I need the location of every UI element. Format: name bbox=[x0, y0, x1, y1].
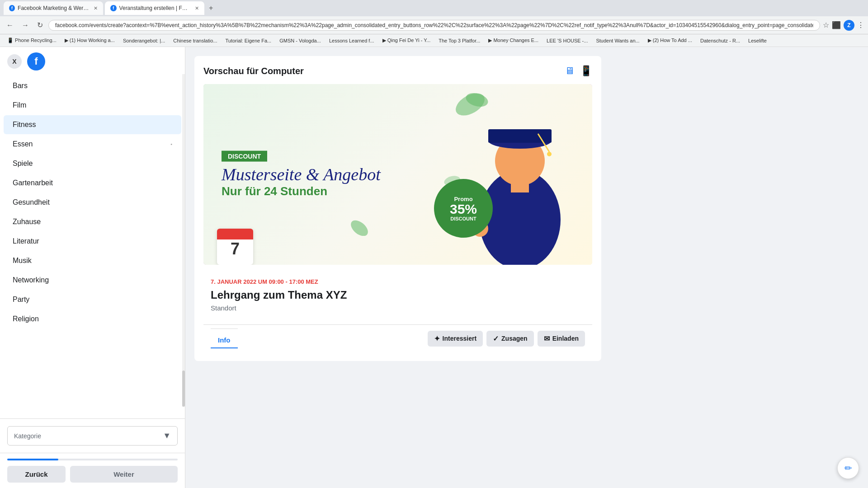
category-item-gesundheit[interactable]: Gesundheit bbox=[4, 193, 181, 212]
svg-point-10 bbox=[547, 152, 552, 156]
tab2-favicon: f bbox=[110, 5, 117, 11]
bookmark-3[interactable]: Sonderangebot: |... bbox=[119, 37, 169, 44]
promo-subtext: Nur für 24 Stunden bbox=[222, 184, 381, 198]
kategorie-dropdown[interactable]: Kategorie ▼ bbox=[7, 426, 178, 446]
scrollbar-track bbox=[182, 74, 185, 407]
tab1-label: Facebook Marketing & Werbe... bbox=[18, 5, 89, 11]
bookmark-12[interactable]: Student Wants an... bbox=[592, 37, 643, 44]
event-title: Lehrgang zum Thema XYZ bbox=[211, 289, 585, 301]
calendar-icon: 7 bbox=[217, 229, 253, 265]
calendar-top bbox=[217, 229, 253, 239]
preview-container: Vorschau für Computer 🖥 📱 bbox=[194, 56, 601, 361]
zuruck-button[interactable]: Zurück bbox=[7, 466, 66, 483]
pencil-icon: ✏ bbox=[844, 463, 852, 474]
facebook-logo: f bbox=[27, 52, 45, 70]
profile-icon[interactable]: Z bbox=[844, 20, 854, 31]
event-date: 7. JANUAR 2022 UM 09:00 - 17:00 MEZ bbox=[211, 278, 585, 285]
event-info: 7. JANUAR 2022 UM 09:00 - 17:00 MEZ Lehr… bbox=[203, 265, 592, 324]
tab2-close[interactable]: ✕ bbox=[195, 5, 199, 11]
tab-bar: f Facebook Marketing & Werbe... ✕ f Vera… bbox=[0, 0, 868, 16]
bookmark-star-icon[interactable]: ☆ bbox=[823, 21, 829, 29]
svg-rect-6 bbox=[511, 179, 529, 192]
cancel-button[interactable]: X bbox=[7, 54, 22, 69]
progress-bar-fill bbox=[7, 459, 58, 460]
category-item-bars[interactable]: Bars bbox=[4, 76, 181, 95]
event-tabs: Info bbox=[211, 328, 238, 348]
device-icons: 🖥 📱 bbox=[565, 65, 592, 77]
extensions-icon[interactable]: ⬛ bbox=[832, 21, 841, 29]
category-item-film[interactable]: Film bbox=[4, 96, 181, 115]
category-item-fitness[interactable]: Fitness bbox=[4, 115, 181, 134]
zusagen-button[interactable]: ✓ Zusagen bbox=[486, 331, 534, 347]
bookmark-13[interactable]: ▶ (2) How To Add ... bbox=[644, 37, 696, 44]
category-item-essen[interactable]: Essen • bbox=[4, 135, 181, 154]
weiter-button[interactable]: Weiter bbox=[70, 466, 178, 483]
browser-tab-2[interactable]: f Veranstaltung erstellen | Fac... ✕ bbox=[105, 1, 204, 15]
bookmark-9[interactable]: The Top 3 Platfor... bbox=[435, 37, 484, 44]
category-item-zuhause[interactable]: Zuhause bbox=[4, 212, 181, 231]
zusagen-icon: ✓ bbox=[493, 334, 499, 343]
promo-text-area: DISCOUNT Musterseite & Angebot Nur für 2… bbox=[222, 151, 381, 198]
more-menu-icon[interactable]: ⋮ bbox=[857, 21, 864, 29]
category-item-literatur[interactable]: Literatur bbox=[4, 232, 181, 251]
promo-badge: Promo 35% DISCOUNT bbox=[434, 179, 493, 238]
event-image-inner: DISCOUNT Musterseite & Angebot Nur für 2… bbox=[203, 84, 592, 265]
bookmark-5[interactable]: Tutorial: Eigene Fa... bbox=[222, 37, 275, 44]
mobile-icon[interactable]: 📱 bbox=[580, 65, 592, 77]
back-button[interactable]: ← bbox=[4, 19, 16, 31]
address-bar[interactable] bbox=[48, 20, 820, 31]
category-item-religion[interactable]: Religion bbox=[4, 310, 181, 328]
kategorie-label: Kategorie bbox=[14, 432, 41, 440]
bookmark-2[interactable]: ▶ (1) How Working a... bbox=[61, 37, 118, 44]
leaf-bottom bbox=[348, 220, 371, 238]
bookmark-10[interactable]: ▶ Money Changes E... bbox=[485, 37, 542, 44]
graduation-figure bbox=[448, 84, 592, 265]
promo-badge-percent: 35% bbox=[450, 202, 477, 216]
discount-badge: DISCOUNT bbox=[222, 151, 267, 162]
browser-tab-1[interactable]: f Facebook Marketing & Werbe... ✕ bbox=[4, 1, 103, 15]
browser-actions: ☆ ⬛ Z ⋮ bbox=[823, 20, 864, 31]
progress-bar bbox=[7, 459, 178, 460]
tab1-favicon: f bbox=[9, 5, 15, 11]
kategorie-arrow-icon: ▼ bbox=[163, 431, 171, 441]
interessiert-button[interactable]: ✦ Interessiert bbox=[428, 331, 483, 347]
einladen-icon: ✉ bbox=[544, 334, 550, 343]
bookmarks-bar: 📱 Phone Recycling... ▶ (1) How Working a… bbox=[0, 34, 868, 47]
bookmark-15[interactable]: Leselifte bbox=[745, 37, 770, 44]
main-content: X f Bars Film Fitness Essen • Spiele Gar… bbox=[0, 47, 868, 488]
browser-toolbar: ← → ↻ ☆ ⬛ Z ⋮ bbox=[0, 16, 868, 34]
bookmark-8[interactable]: ▶ Qing Fei De Yi - Y... bbox=[379, 37, 434, 44]
browser-chrome: f Facebook Marketing & Werbe... ✕ f Vera… bbox=[0, 0, 868, 47]
tab-info[interactable]: Info bbox=[211, 333, 238, 348]
new-tab-button[interactable]: + bbox=[206, 3, 216, 13]
bookmark-4[interactable]: Chinese translatio... bbox=[170, 37, 221, 44]
bookmark-6[interactable]: GMSN - Vologda... bbox=[276, 37, 325, 44]
event-action-buttons: ✦ Interessiert ✓ Zusagen ✉ Einladen bbox=[428, 331, 585, 347]
desktop-icon[interactable]: 🖥 bbox=[565, 65, 575, 77]
refresh-button[interactable]: ↻ bbox=[34, 19, 46, 31]
event-image: DISCOUNT Musterseite & Angebot Nur für 2… bbox=[203, 84, 592, 265]
preview-header: Vorschau für Computer 🖥 📱 bbox=[203, 65, 592, 77]
bottom-buttons: Zurück Weiter bbox=[7, 466, 178, 483]
bookmark-14[interactable]: Datenschutz - R... bbox=[697, 37, 744, 44]
event-bottom-bar: Info ✦ Interessiert ✓ Zusagen ✉ Einladen bbox=[203, 324, 592, 352]
bookmark-11[interactable]: LEE 'S HOUSE -... bbox=[543, 37, 591, 44]
category-item-musik[interactable]: Musik bbox=[4, 251, 181, 270]
scrollbar-thumb[interactable] bbox=[182, 371, 185, 407]
einladen-button[interactable]: ✉ Einladen bbox=[538, 331, 585, 347]
category-item-spiele[interactable]: Spiele bbox=[4, 154, 181, 173]
promo-headline: Musterseite & Angebot bbox=[222, 165, 381, 184]
category-item-gartenarbeit[interactable]: Gartenarbeit bbox=[4, 174, 181, 192]
category-item-party[interactable]: Party bbox=[4, 290, 181, 309]
tab1-close[interactable]: ✕ bbox=[94, 5, 98, 11]
category-item-networking[interactable]: Networking bbox=[4, 271, 181, 290]
edit-fab-button[interactable]: ✏ bbox=[837, 457, 859, 479]
interessiert-icon: ✦ bbox=[434, 334, 440, 343]
bookmark-7[interactable]: Lessons Learned f... bbox=[326, 37, 378, 44]
event-location: Standort bbox=[211, 304, 585, 312]
bottom-bar: Zurück Weiter bbox=[0, 453, 185, 488]
forward-button[interactable]: → bbox=[19, 19, 32, 31]
bookmark-1[interactable]: 📱 Phone Recycling... bbox=[4, 37, 60, 44]
preview-title: Vorschau für Computer bbox=[203, 66, 304, 76]
cancel-x-label: X bbox=[12, 58, 16, 65]
